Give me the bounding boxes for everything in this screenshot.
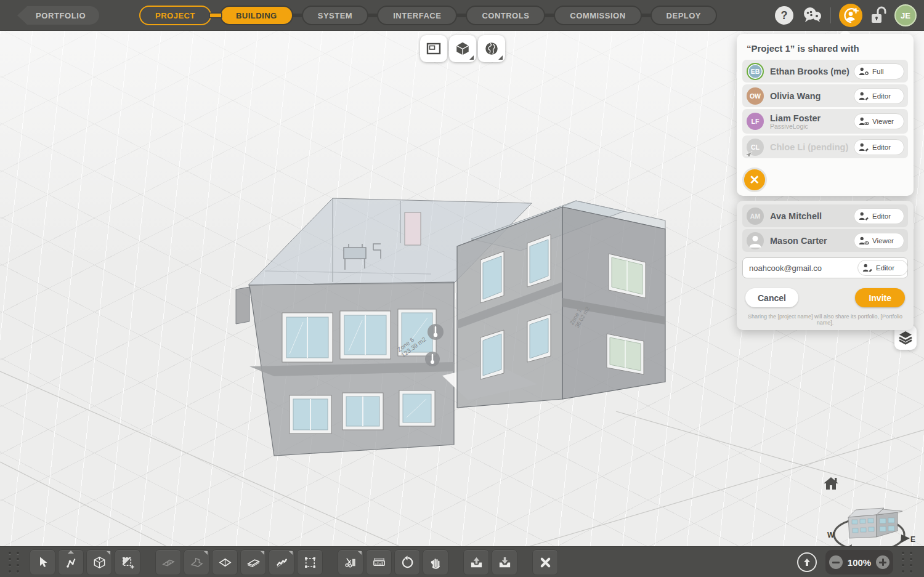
select-tool[interactable] (30, 549, 55, 575)
divider (830, 7, 831, 23)
compass-east: E (910, 535, 915, 544)
node-edit-tool[interactable] (58, 549, 84, 575)
bottom-toolbar: 100% (0, 546, 924, 577)
member-name: Liam Foster PassiveLogic (770, 113, 854, 130)
tab-interface[interactable]: INTERFACE (377, 6, 457, 25)
roof-tool[interactable] (212, 549, 238, 575)
draw-zone-tool[interactable] (115, 549, 140, 575)
flyout-indicator (204, 551, 208, 555)
person-eye-icon (859, 117, 869, 126)
zoom-in-button[interactable] (876, 555, 890, 569)
invite-email-row: Editor (742, 257, 908, 278)
flyout-indicator (107, 551, 110, 555)
tab-system[interactable]: SYSTEM (302, 6, 368, 25)
share-footnote: Sharing the [project name] will also sha… (737, 313, 914, 326)
flyout-indicator (261, 551, 264, 555)
share-member-row: EB Ethan Brooks (me) Full (742, 60, 908, 83)
zoom-control: 100% (825, 550, 893, 575)
tab-commission[interactable]: COMMISSION (554, 6, 641, 25)
marquee-select-tool[interactable] (297, 549, 323, 575)
role-selector-full[interactable]: Full (854, 63, 904, 79)
top-navbar: PORTFOLIO PROJECT BUILDING SYSTEM INTERF… (0, 0, 924, 31)
help-icon[interactable]: ? (775, 6, 793, 25)
step-connector (210, 14, 221, 17)
draw-volume-tool[interactable] (86, 549, 112, 575)
invitee-row: Mason Carter Viewer (742, 229, 908, 252)
zoom-level: 100% (848, 557, 871, 568)
share-member-row-pending: CL Chloe Li (pending) Editor (742, 135, 908, 158)
member-name: Ava Mitchell (770, 211, 854, 221)
share-panel-title: “Project 1” is shared with (737, 34, 914, 60)
role-selector-editor[interactable]: Editor (857, 260, 908, 276)
share-add-icon[interactable] (839, 4, 862, 27)
role-selector-editor[interactable]: Editor (854, 88, 904, 104)
cancel-button[interactable]: Cancel (745, 288, 798, 307)
person-pencil-icon (859, 212, 869, 220)
unlock-icon[interactable] (870, 6, 886, 25)
flyout-indicator (68, 551, 74, 554)
portfolio-label: PORTFOLIO (36, 11, 86, 20)
step-connector (544, 14, 555, 17)
zoom-out-button[interactable] (829, 555, 843, 569)
cube-3d-view-icon[interactable] (449, 35, 476, 62)
user-avatar[interactable]: JE (894, 4, 917, 26)
toolbar-drag-handle[interactable] (902, 552, 913, 573)
avatar: OW (747, 87, 764, 105)
wall-corner-tool[interactable] (184, 549, 209, 575)
avatar: EB (747, 63, 764, 80)
member-name: Chloe Li (pending) (770, 142, 854, 152)
sent-plane-icon (744, 151, 753, 158)
workflow-steps: PROJECT BUILDING SYSTEM INTERFACE CONTRO… (139, 6, 717, 25)
close-icon[interactable]: ✕ (742, 167, 767, 192)
generic-person-avatar (747, 232, 764, 249)
elevation-up-button[interactable] (797, 552, 817, 572)
invite-email-input[interactable] (749, 264, 857, 273)
globe-view-icon[interactable] (478, 35, 505, 62)
compass-west: W (827, 531, 835, 539)
toolbar-drag-handle[interactable] (9, 552, 20, 573)
wall-tool[interactable] (155, 549, 181, 575)
avatar: LF (747, 113, 764, 130)
tab-building[interactable]: BUILDING (220, 6, 293, 25)
invite-panel: AM Ava Mitchell Editor Mason Carter (737, 201, 914, 330)
member-name: Ethan Brooks (me) (770, 67, 854, 76)
role-selector-editor[interactable]: Editor (854, 139, 904, 155)
upload-tool[interactable] (463, 549, 489, 575)
floorplan-view-icon[interactable] (420, 35, 447, 62)
tab-deploy[interactable]: DEPLOY (650, 6, 717, 25)
tab-controls[interactable]: CONTROLS (466, 6, 545, 25)
role-selector-editor[interactable]: Editor (854, 208, 904, 224)
pan-hand-tool[interactable] (423, 549, 448, 575)
community-icon[interactable] (801, 6, 822, 25)
role-selector-viewer[interactable]: Viewer (854, 233, 904, 249)
building-left-wing: Zone 6 123.39 m2 (236, 282, 454, 456)
tab-project[interactable]: PROJECT (139, 6, 211, 25)
flyout-indicator (469, 55, 474, 60)
avatar: CL (747, 139, 764, 156)
step-connector (292, 14, 303, 17)
person-eye-icon (859, 236, 869, 245)
step-connector (456, 14, 467, 17)
slab-tool[interactable] (240, 549, 266, 575)
delete-tool[interactable] (532, 549, 558, 575)
invite-button[interactable]: Invite (855, 288, 905, 307)
split-tool[interactable] (338, 549, 363, 575)
rotate-tool[interactable] (394, 549, 420, 575)
nav-portfolio-back[interactable]: PORTFOLIO (17, 6, 99, 25)
person-pencil-icon (862, 264, 873, 272)
role-selector-viewer[interactable]: Viewer (854, 113, 904, 129)
person-pencil-icon (859, 92, 869, 100)
invitee-row: AM Ava Mitchell Editor (742, 204, 908, 227)
share-member-row: OW Olivia Wang Editor (742, 84, 908, 107)
member-name: Olivia Wang (770, 91, 854, 101)
member-org: PassiveLogic (770, 123, 854, 130)
download-tool[interactable] (492, 549, 517, 575)
measure-tool[interactable] (366, 549, 392, 575)
step-connector (367, 14, 378, 17)
step-connector (641, 14, 652, 17)
mini-building (848, 508, 902, 538)
person-pencil-icon (859, 143, 869, 151)
stairs-tool[interactable] (269, 549, 294, 575)
member-name: Mason Carter (770, 236, 854, 246)
share-member-row: LF Liam Foster PassiveLogic Viewer (742, 109, 908, 134)
